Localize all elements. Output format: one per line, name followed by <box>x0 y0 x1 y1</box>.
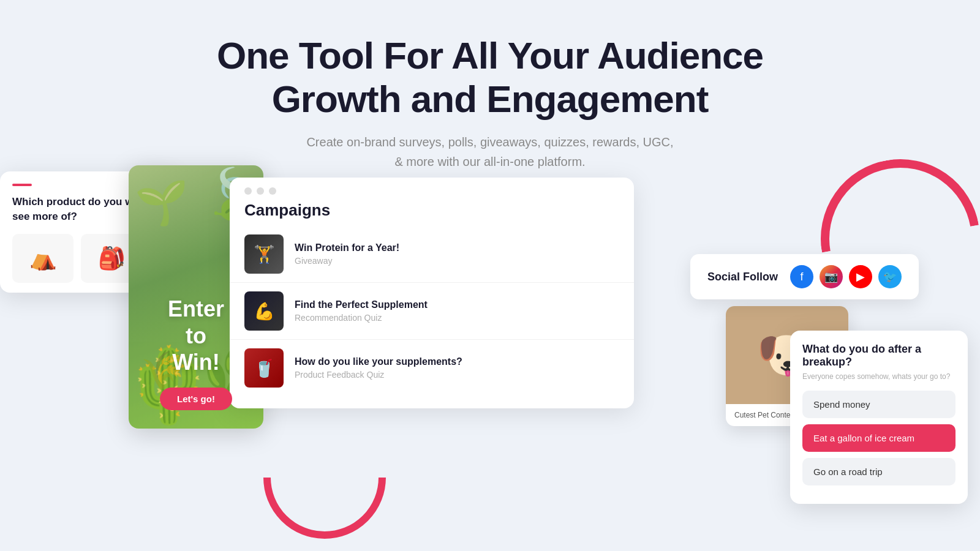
giveaway-text: EntertoWin! <box>168 296 224 375</box>
campaign-type: Giveaway <box>295 256 619 266</box>
dot2 <box>257 187 264 195</box>
instagram-icon[interactable]: 📷 <box>820 265 843 288</box>
survey-accent <box>12 184 32 186</box>
table-row[interactable]: 🥤 How do you like your supplements? Prod… <box>230 340 634 396</box>
giveaway-button[interactable]: Let's go! <box>160 388 232 410</box>
card-titlebar <box>230 178 634 201</box>
quiz-question: What do you do after a breakup? <box>802 343 956 369</box>
campaign-info: Find the Perfect Supplement Recommendati… <box>295 299 619 323</box>
campaign-image-feedback: 🥤 <box>244 348 284 388</box>
campaigns-card: Campaigns 🏋️ Win Protein for a Year! Giv… <box>230 178 634 408</box>
campaign-type: Recommendation Quiz <box>295 313 619 323</box>
facebook-icon[interactable]: f <box>790 265 813 288</box>
pet-label: Cutest Pet Contest <box>734 411 796 419</box>
quiz-option-spend[interactable]: Spend money <box>802 391 956 418</box>
hero-section: One Tool For All Your Audience Growth an… <box>0 0 980 171</box>
social-follow-card: Social Follow f 📷 ▶ 🐦 <box>690 254 919 299</box>
dot3 <box>269 187 276 195</box>
survey-option-tent[interactable]: ⛺ <box>12 234 74 283</box>
quiz-description: Everyone copes somehow, whats your go to… <box>802 372 956 381</box>
hero-title: One Tool For All Your Audience Growth an… <box>0 34 980 121</box>
campaign-name: Find the Perfect Supplement <box>295 299 619 310</box>
quiz-option-icecream[interactable]: Eat a gallon of ice cream <box>802 424 956 452</box>
quiz-option-road[interactable]: Go on a road trip <box>802 458 956 485</box>
campaign-image-protein: 🏋️ <box>244 234 284 274</box>
breakup-quiz-card: What do you do after a breakup? Everyone… <box>790 331 968 504</box>
table-row[interactable]: 🏋️ Win Protein for a Year! Giveaway <box>230 226 634 283</box>
campaign-image-supplement: 💪 <box>244 291 284 331</box>
cards-area: Which product do you want to see more of… <box>0 165 980 551</box>
campaign-info: Win Protein for a Year! Giveaway <box>295 242 619 266</box>
dot1 <box>244 187 252 195</box>
campaign-info: How do you like your supplements? Produc… <box>295 356 619 380</box>
social-icons: f 📷 ▶ 🐦 <box>790 265 902 288</box>
campaign-type: Product Feedback Quiz <box>295 370 619 380</box>
youtube-icon[interactable]: ▶ <box>849 265 872 288</box>
campaigns-title: Campaigns <box>230 201 634 226</box>
campaign-name: How do you like your supplements? <box>295 356 619 367</box>
table-row[interactable]: 💪 Find the Perfect Supplement Recommenda… <box>230 283 634 340</box>
twitter-icon[interactable]: 🐦 <box>878 265 902 288</box>
campaign-name: Win Protein for a Year! <box>295 242 619 253</box>
social-label: Social Follow <box>707 271 778 283</box>
